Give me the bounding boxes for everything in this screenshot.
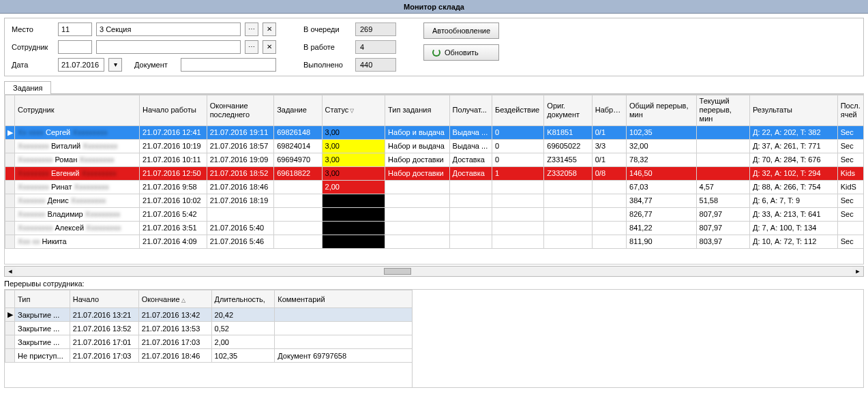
col-header[interactable]: Начало	[70, 290, 138, 308]
place-label: Место	[12, 25, 54, 33]
scroll-left-button[interactable]: ◄	[5, 267, 16, 276]
done-value: 440	[355, 58, 396, 72]
table-row[interactable]: Xxxxxxxxx Алексей Xxxxxxxxx21.07.2016 3:…	[5, 221, 864, 235]
tasks-grid[interactable]: СотрудникНачало работыОкончание последне…	[5, 95, 864, 249]
employee-name-input[interactable]	[96, 40, 241, 54]
col-header[interactable]: Посл. ячей	[837, 95, 863, 126]
col-header[interactable]: Окончание последнего	[207, 95, 274, 126]
doc-input[interactable]	[181, 58, 276, 72]
table-row[interactable]: Xxxxxxxx Виталий Xxxxxxxxx21.07.2016 10:…	[5, 139, 864, 153]
col-header[interactable]: Сотрудник	[15, 95, 140, 126]
refresh-button[interactable]: Обновить	[423, 44, 499, 61]
breaks-grid[interactable]: ТипНачалоОкончание△Длительность,Коммента…	[5, 290, 413, 363]
col-header[interactable]: Получат...	[449, 95, 492, 126]
table-row[interactable]: Xxxxxxxx Евгений Xxxxxxxxx21.07.2016 12:…	[5, 166, 864, 180]
tasks-scrollbar[interactable]: ◄ ►	[4, 266, 864, 277]
col-header[interactable]: Результаты	[750, 95, 838, 126]
date-dropdown-button[interactable]: ▾	[108, 58, 122, 72]
tasks-grid-wrap: СотрудникНачало работыОкончание последне…	[4, 94, 864, 265]
table-row[interactable]: Закрытие ...21.07.2016 13:5221.07.2016 1…	[5, 322, 413, 335]
date-input[interactable]	[58, 58, 104, 72]
autorefresh-button[interactable]: Автообновление	[423, 22, 499, 39]
place-name-input[interactable]	[96, 22, 241, 36]
filter-panel: Место ⋯ ✕ Сотрудник ⋯ ✕ Дата ▾ Документ …	[4, 18, 864, 76]
employee-lookup-button[interactable]: ⋯	[245, 40, 258, 54]
inwork-value: 4	[355, 40, 396, 54]
refresh-label: Обновить	[445, 48, 479, 57]
col-header[interactable]: Окончание△	[138, 290, 211, 308]
queue-label: В очереди	[303, 25, 351, 33]
breaks-section-label: Перерывы сотрудника:	[4, 280, 864, 288]
tabs: Задания	[4, 80, 864, 94]
table-row[interactable]: Xxxxxxx Владимир Xxxxxxxxx21.07.2016 5:4…	[5, 207, 864, 221]
place-code-input[interactable]	[58, 22, 92, 36]
inwork-label: В работе	[303, 43, 351, 51]
col-header[interactable]: Общий перерыв, мин	[627, 95, 697, 126]
table-row[interactable]: Xxx xx Никита21.07.2016 4:0921.07.2016 5…	[5, 235, 864, 248]
window-title: Монитор склада	[0, 0, 868, 14]
col-header[interactable]: Длительность,	[211, 290, 275, 308]
col-header[interactable]: Тип	[15, 290, 70, 308]
table-row[interactable]: Закрытие ...21.07.2016 17:0121.07.2016 1…	[5, 335, 413, 349]
table-row[interactable]: Не приступ...21.07.2016 17:0321.07.2016 …	[5, 349, 413, 363]
col-header[interactable]: Бездействие	[492, 95, 543, 126]
queue-value: 269	[355, 22, 396, 36]
autorefresh-label: Автообновление	[432, 27, 490, 35]
place-lookup-button[interactable]: ⋯	[245, 22, 258, 36]
table-row[interactable]: ▶Xx xxxx Сергей Xxxxxxxxx21.07.2016 12:4…	[5, 125, 864, 139]
col-header[interactable]: Тип задания	[385, 95, 450, 126]
doc-label: Документ	[134, 61, 177, 69]
table-row[interactable]: ▶Закрытие ...21.07.2016 13:2121.07.2016 …	[5, 308, 413, 322]
tab-tasks[interactable]: Задания	[4, 81, 51, 94]
table-row[interactable]: Xxxxxxxx Ринат Xxxxxxxxx21.07.2016 9:582…	[5, 180, 864, 194]
employee-code-input[interactable]	[58, 40, 92, 54]
employee-label: Сотрудник	[12, 43, 54, 51]
col-header[interactable]: Комментарий	[275, 290, 413, 308]
date-label: Дата	[12, 61, 54, 69]
employee-clear-button[interactable]: ✕	[263, 40, 276, 54]
col-header[interactable]: Статус▽	[322, 95, 385, 126]
col-header[interactable]: Набрано	[592, 95, 626, 126]
table-row[interactable]: Xxxxxxx Денис Xxxxxxxxx21.07.2016 10:022…	[5, 194, 864, 207]
col-header[interactable]: Начало работы	[140, 95, 207, 126]
done-label: Выполнено	[303, 61, 351, 69]
col-header[interactable]: Ориг. документ	[544, 95, 592, 126]
breaks-panel: ТипНачалоОкончание△Длительность,Коммента…	[4, 289, 864, 388]
scroll-right-button[interactable]: ►	[852, 267, 863, 276]
table-row[interactable]: Xxxxxxxxx Роман Xxxxxxxxx21.07.2016 10:1…	[5, 153, 864, 166]
col-header[interactable]: Задание	[274, 95, 322, 126]
place-clear-button[interactable]: ✕	[263, 22, 276, 36]
refresh-icon	[432, 48, 440, 57]
col-header[interactable]: Текущий перерыв, мин	[696, 95, 749, 126]
scroll-thumb[interactable]	[384, 268, 411, 275]
